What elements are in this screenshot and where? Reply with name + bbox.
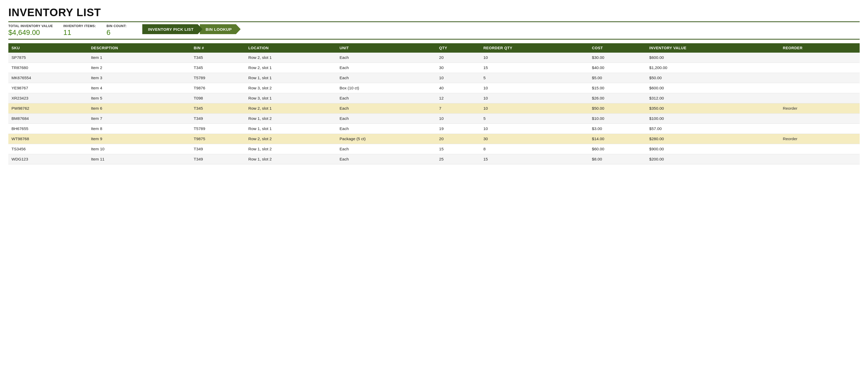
cell-inv_value: $312.00	[646, 93, 780, 103]
cell-sku: TR87680	[8, 63, 88, 73]
cell-qty: 40	[436, 83, 480, 93]
cell-qty: 10	[436, 73, 480, 83]
cell-bin: T5789	[191, 124, 245, 134]
cell-inv_value: $50.00	[646, 73, 780, 83]
cell-description: Item 3	[88, 73, 191, 83]
cell-description: Item 5	[88, 93, 191, 103]
cell-bin: T349	[191, 113, 245, 124]
cell-cost: $50.00	[589, 103, 646, 113]
col-header-unit: UNIT	[336, 43, 436, 53]
top-bar: TOTAL INVENTORY VALUE $4,649.00 INVENTOR…	[8, 21, 860, 40]
cell-reorder: Reorder	[780, 103, 860, 113]
col-header-reorder: REORDER	[780, 43, 860, 53]
cell-cost: $3.00	[589, 124, 646, 134]
cell-qty: 20	[436, 53, 480, 63]
cell-reorder	[780, 93, 860, 103]
cell-qty: 20	[436, 134, 480, 144]
bin-count-value: 6	[106, 28, 127, 37]
cell-unit: Each	[336, 154, 436, 164]
cell-reorder_qty: 10	[480, 83, 589, 93]
cell-reorder_qty: 10	[480, 103, 589, 113]
cell-inv_value: $900.00	[646, 144, 780, 154]
bin-lookup-button[interactable]: BIN LOOKUP	[200, 24, 241, 34]
table-row: WDG123Item 11T349Row 1, slot 2Each2515$8…	[8, 154, 860, 164]
cell-cost: $40.00	[589, 63, 646, 73]
cell-inv_value: $57.00	[646, 124, 780, 134]
cell-location: Row 2, slot 1	[245, 103, 337, 113]
cell-sku: YE98767	[8, 83, 88, 93]
cell-reorder	[780, 113, 860, 124]
table-header-row: SKUDESCRIPTIONBIN #LOCATIONUNITQTYREORDE…	[8, 43, 860, 53]
cell-unit: Each	[336, 73, 436, 83]
cell-reorder_qty: 10	[480, 124, 589, 134]
cell-reorder_qty: 10	[480, 93, 589, 103]
cell-cost: $10.00	[589, 113, 646, 124]
cell-reorder	[780, 154, 860, 164]
cell-description: Item 6	[88, 103, 191, 113]
col-header-location: LOCATION	[245, 43, 337, 53]
table-row: TR87680Item 2T345Row 2, slot 1Each3015$4…	[8, 63, 860, 73]
cell-qty: 7	[436, 103, 480, 113]
total-inventory-block: TOTAL INVENTORY VALUE $4,649.00	[8, 24, 53, 37]
cell-reorder	[780, 63, 860, 73]
cell-location: Row 2, slot 2	[245, 134, 337, 144]
table-row: WT98768Item 9T9875Row 2, slot 2Package (…	[8, 134, 860, 144]
nav-buttons: INVENTORY PICK LIST BIN LOOKUP	[142, 24, 241, 34]
cell-cost: $14.00	[589, 134, 646, 144]
cell-cost: $30.00	[589, 53, 646, 63]
col-header-qty: QTY	[436, 43, 480, 53]
total-inventory-value: $4,649.00	[8, 28, 53, 37]
cell-cost: $26.00	[589, 93, 646, 103]
cell-description: Item 11	[88, 154, 191, 164]
cell-inv_value: $100.00	[646, 113, 780, 124]
cell-sku: WDG123	[8, 154, 88, 164]
cell-description: Item 7	[88, 113, 191, 124]
cell-sku: MK676554	[8, 73, 88, 83]
cell-cost: $60.00	[589, 144, 646, 154]
cell-location: Row 2, slot 1	[245, 53, 337, 63]
cell-qty: 15	[436, 144, 480, 154]
total-inventory-label: TOTAL INVENTORY VALUE	[8, 24, 53, 28]
cell-reorder	[780, 144, 860, 154]
cell-inv_value: $200.00	[646, 154, 780, 164]
cell-qty: 30	[436, 63, 480, 73]
col-header-bin-#: BIN #	[191, 43, 245, 53]
cell-bin: T9876	[191, 83, 245, 93]
cell-reorder	[780, 73, 860, 83]
cell-unit: Each	[336, 93, 436, 103]
cell-unit: Box (10 ct)	[336, 83, 436, 93]
cell-location: Row 2, slot 1	[245, 63, 337, 73]
col-header-inventory-value: INVENTORY VALUE	[646, 43, 780, 53]
cell-reorder_qty: 15	[480, 154, 589, 164]
cell-location: Row 1, slot 2	[245, 154, 337, 164]
col-header-sku: SKU	[8, 43, 88, 53]
cell-sku: BH67655	[8, 124, 88, 134]
cell-reorder	[780, 53, 860, 63]
cell-sku: PW98762	[8, 103, 88, 113]
cell-bin: T349	[191, 144, 245, 154]
cell-reorder_qty: 5	[480, 73, 589, 83]
cell-unit: Each	[336, 53, 436, 63]
cell-inv_value: $350.00	[646, 103, 780, 113]
cell-location: Row 3, slot 1	[245, 93, 337, 103]
table-row: XR23423Item 5T098Row 3, slot 1Each1210$2…	[8, 93, 860, 103]
cell-description: Item 10	[88, 144, 191, 154]
table-row: MK676554Item 3T5789Row 1, slot 1Each105$…	[8, 73, 860, 83]
table-row: TS3456Item 10T349Row 1, slot 2Each158$60…	[8, 144, 860, 154]
cell-cost: $8.00	[589, 154, 646, 164]
table-row: SP7875Item 1T345Row 2, slot 1Each2010$30…	[8, 53, 860, 63]
cell-unit: Each	[336, 144, 436, 154]
cell-sku: TS3456	[8, 144, 88, 154]
table-row: PW98762Item 6T345Row 2, slot 1Each710$50…	[8, 103, 860, 113]
cell-reorder	[780, 124, 860, 134]
bin-count-block: BIN COUNT: 6	[106, 24, 127, 37]
inventory-items-label: INVENTORY ITEMS:	[63, 24, 96, 28]
inventory-pick-list-button[interactable]: INVENTORY PICK LIST	[142, 24, 203, 34]
cell-unit: Each	[336, 113, 436, 124]
cell-bin: T9875	[191, 134, 245, 144]
cell-location: Row 1, slot 2	[245, 113, 337, 124]
inventory-table: SKUDESCRIPTIONBIN #LOCATIONUNITQTYREORDE…	[8, 43, 860, 164]
cell-bin: T349	[191, 154, 245, 164]
table-row: BH67655Item 8T5789Row 1, slot 1Each1910$…	[8, 124, 860, 134]
cell-qty: 19	[436, 124, 480, 134]
